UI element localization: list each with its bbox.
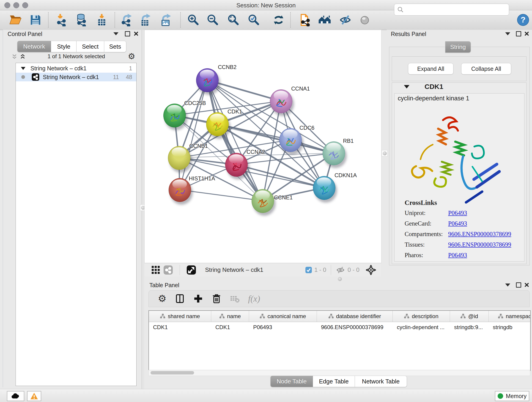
results-panel-float-menu-icon[interactable] (504, 30, 511, 37)
column-header-sharedname[interactable]: shared name (149, 311, 211, 322)
network-node-CDC25B[interactable] (163, 104, 186, 128)
network-node-CCNE1[interactable] (252, 189, 274, 213)
gene-collapse-icon[interactable] (404, 85, 409, 89)
column-header-id[interactable]: @id (450, 311, 489, 322)
table-cell[interactable]: cyclin-dependent ... (393, 324, 450, 331)
delete-table-icon[interactable] (230, 294, 240, 304)
tab-network-table[interactable]: Network Table (355, 376, 407, 387)
birdseye-view-icon[interactable] (186, 265, 196, 275)
export-image-button[interactable] (160, 13, 172, 26)
network-row-selected[interactable]: String Network – cdk1 11 48 (16, 73, 136, 81)
crosslink-value-link[interactable]: P06493 (448, 210, 467, 216)
scrollbar-thumb[interactable] (151, 371, 194, 375)
network-node-CCNB1[interactable] (168, 146, 190, 170)
import-database-button[interactable] (75, 13, 88, 26)
network-node-CCNA1[interactable] (270, 89, 292, 113)
column-header-canonicalname[interactable]: canonical name (249, 311, 317, 322)
add-column-icon[interactable] (193, 294, 203, 304)
collapse-all-button[interactable]: Collapse All (461, 63, 511, 75)
hidden-eye-icon[interactable] (336, 265, 345, 275)
table-panel-float-menu-icon[interactable] (504, 281, 511, 288)
zoom-in-button[interactable] (187, 13, 200, 26)
apply-layout-button[interactable] (272, 13, 285, 26)
node-table[interactable]: shared namenamecanonical namedatabase id… (148, 310, 531, 371)
control-panel-close-icon[interactable] (133, 30, 139, 37)
import-table-button[interactable] (95, 13, 108, 26)
horizontal-splitter[interactable] (144, 276, 532, 281)
table-row[interactable]: CDK1CDK1P064939606.ENSP00000378699cyclin… (149, 322, 530, 332)
zoom-fit-button[interactable] (227, 13, 240, 26)
control-panel-float-icon[interactable] (124, 30, 131, 37)
tab-edge-table[interactable]: Edge Table (313, 376, 355, 387)
expand-all-button[interactable]: Expand All (408, 63, 453, 75)
network-node-CDC6[interactable] (279, 128, 302, 152)
zoom-selected-button[interactable] (247, 13, 260, 26)
crosslink-value-link[interactable]: 9606.ENSP00000378699 (448, 230, 511, 237)
node-label-CCNE1: CCNE1 (274, 194, 293, 201)
show-hidden-button[interactable] (358, 13, 371, 26)
network-view-title: String Network – cdk1 (205, 266, 263, 274)
tab-sets[interactable]: Sets (104, 41, 126, 52)
network-node-HIST1H1A[interactable] (169, 178, 191, 202)
network-node-CCNB2[interactable] (196, 68, 219, 92)
network-node-CDKN1A[interactable] (313, 176, 336, 200)
column-header-namespace[interactable]: namespace (489, 311, 531, 322)
tab-node-table[interactable]: Node Table (270, 376, 313, 387)
collection-expanded-icon[interactable] (21, 67, 25, 70)
crosshair-icon[interactable] (365, 264, 376, 275)
save-button[interactable] (29, 13, 42, 26)
selected-checkbox-icon[interactable] (305, 267, 312, 274)
table-horizontal-scrollbar[interactable] (148, 370, 530, 376)
hide-selection-button[interactable] (339, 13, 352, 26)
results-panel-close-icon[interactable] (523, 30, 530, 37)
network-options-gear-icon[interactable]: ⚙ (128, 52, 135, 61)
function-builder-icon[interactable]: f(x) (248, 294, 260, 304)
help-button[interactable]: ? (517, 13, 530, 26)
network-node-CDK1[interactable] (206, 112, 229, 136)
search-icon (397, 6, 404, 13)
show-columns-icon[interactable] (175, 294, 185, 304)
column-header-description[interactable]: description (393, 311, 450, 322)
crosslink-value-link[interactable]: P06493 (448, 220, 467, 227)
export-table-button[interactable] (139, 13, 152, 26)
table-settings-gear-icon[interactable]: ⚙ (158, 294, 167, 303)
tab-network[interactable]: Network (17, 41, 51, 52)
network-node-RB1[interactable] (323, 141, 345, 165)
network-node-CCNA2[interactable] (225, 153, 248, 177)
collapse-all-icon[interactable] (11, 54, 18, 60)
table-cell[interactable]: CDK1 (211, 324, 249, 331)
table-cell[interactable]: CDK1 (149, 324, 211, 331)
table-cell[interactable]: 9606.ENSP00000378699 (317, 324, 393, 331)
table-panel-close-icon[interactable] (523, 281, 530, 288)
table-cell[interactable]: stringdb (489, 324, 531, 331)
expand-all-icon[interactable] (19, 54, 26, 60)
network-collection-row[interactable]: String Network – cdk1 1 (16, 64, 136, 73)
search-input[interactable] (406, 5, 506, 14)
cloud-button[interactable] (7, 391, 24, 401)
network-canvas[interactable]: CCNB2CCNA1CDC25BCDK1CDC6RB1CCNB1CCNA2CDK… (144, 30, 381, 263)
string-view-icon[interactable] (163, 265, 173, 275)
tab-select[interactable]: Select (76, 41, 104, 52)
first-neighbors-button[interactable] (318, 13, 331, 26)
tab-style[interactable]: Style (51, 41, 76, 52)
results-panel-float-icon[interactable] (515, 30, 522, 37)
memory-button[interactable]: Memory (495, 391, 529, 401)
network-from-selection-button[interactable] (298, 13, 311, 26)
import-network-button[interactable] (56, 13, 68, 26)
column-header-name[interactable]: name (211, 311, 249, 322)
right-splitter-handle[interactable] (382, 150, 388, 157)
control-panel-float-menu-icon[interactable] (113, 30, 119, 37)
table-cell[interactable]: stringdb:9... (450, 324, 489, 331)
column-header-databaseidentifier[interactable]: database identifier (317, 311, 393, 322)
table-panel-float-icon[interactable] (515, 281, 522, 288)
tab-string[interactable]: String (445, 41, 471, 53)
crosslink-value-link[interactable]: 9606.ENSP00000378699 (448, 241, 511, 248)
folder-open-button[interactable] (9, 13, 22, 26)
delete-column-trash-icon[interactable] (211, 294, 222, 304)
table-cell[interactable]: P06493 (249, 324, 317, 331)
crosslink-value-link[interactable]: P06493 (448, 252, 467, 259)
zoom-out-button[interactable] (206, 13, 219, 26)
grid-view-icon[interactable] (151, 265, 161, 275)
export-network-button[interactable] (120, 13, 133, 26)
warning-button[interactable] (27, 391, 41, 401)
